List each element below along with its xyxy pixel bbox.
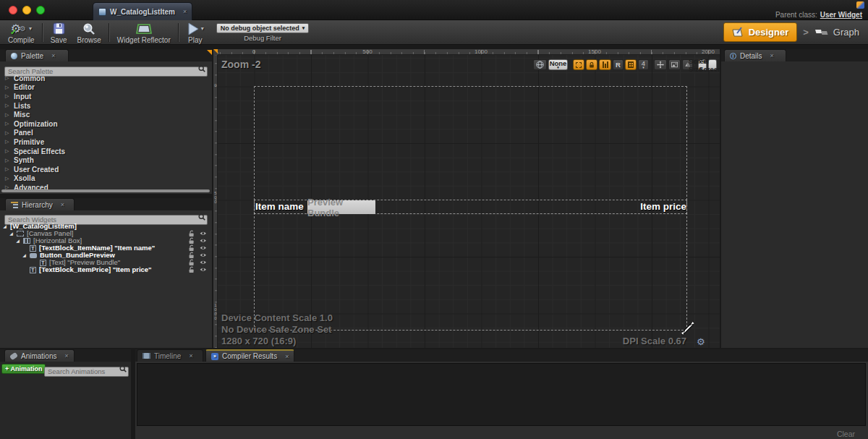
tree-item-label[interactable]: [TextBlock_ItemPrice] "Item price" bbox=[39, 266, 152, 273]
palette-category-editor[interactable]: ▷Editor bbox=[0, 83, 212, 93]
close-icon[interactable]: × bbox=[770, 52, 774, 59]
transform-mode-button[interactable] bbox=[654, 59, 667, 70]
expander-icon[interactable]: ▷ bbox=[5, 148, 10, 154]
parent-class-link[interactable]: User Widget bbox=[820, 11, 862, 19]
visibility-icon[interactable] bbox=[200, 266, 207, 273]
close-icon[interactable]: × bbox=[61, 201, 64, 208]
tab-timeline[interactable]: Timeline × bbox=[137, 349, 203, 362]
animations-search-input[interactable] bbox=[44, 367, 129, 377]
browse-button[interactable]: Browse bbox=[72, 21, 106, 44]
expander-icon[interactable]: ▷ bbox=[5, 93, 10, 99]
palette-category-common[interactable]: ▷Common bbox=[0, 74, 212, 83]
search-icon bbox=[198, 65, 205, 72]
palette-category-synth[interactable]: ▷Synth bbox=[0, 155, 212, 165]
palette-category-special-effects[interactable]: ▷Special Effects bbox=[0, 147, 212, 156]
visibility-icon[interactable] bbox=[200, 252, 207, 259]
tab-animations[interactable]: Animations × bbox=[4, 349, 75, 362]
expander-icon[interactable]: ▷ bbox=[5, 85, 10, 90]
palette-category-misc[interactable]: ▷Misc bbox=[0, 110, 212, 119]
expander-icon[interactable]: ◢ bbox=[22, 252, 27, 259]
expander-icon[interactable]: ▷ bbox=[5, 75, 10, 81]
visibility-icon[interactable] bbox=[200, 230, 207, 237]
close-icon[interactable]: × bbox=[189, 352, 192, 359]
expander-icon[interactable]: ▷ bbox=[5, 112, 10, 118]
tree-row-textblock-itemprice[interactable]: T [TextBlock_ItemPrice] "Item price" bbox=[0, 266, 212, 273]
play-button[interactable]: ▾ Play bbox=[182, 21, 209, 44]
close-icon[interactable]: × bbox=[183, 8, 187, 15]
resize-handle-cursor-icon[interactable] bbox=[681, 321, 695, 336]
expander-icon[interactable]: ▷ bbox=[5, 130, 10, 136]
visibility-icon[interactable] bbox=[200, 259, 207, 266]
widget-reflector-button[interactable]: Widget Reflector bbox=[112, 21, 176, 44]
fill-screen-dropdown[interactable]: Fill Screen ▾ bbox=[708, 59, 717, 70]
grid-snap-size-dropdown[interactable]: 4▾ bbox=[638, 59, 649, 70]
tab-palette[interactable]: Palette × bbox=[5, 49, 69, 61]
tree-row-canvas-panel[interactable]: ◢ [Canvas Panel] bbox=[0, 230, 212, 237]
palette-search[interactable] bbox=[4, 64, 208, 74]
unlock-icon[interactable] bbox=[188, 252, 195, 259]
palette-category-optimization[interactable]: ▷Optimization bbox=[0, 119, 212, 129]
tab-details[interactable]: i Details × bbox=[724, 49, 786, 61]
tab-hierarchy[interactable]: Hierarchy × bbox=[5, 198, 75, 210]
window-minimize-button[interactable] bbox=[22, 6, 31, 14]
close-icon[interactable]: × bbox=[285, 353, 289, 360]
ruler-label: 1500 bbox=[588, 48, 601, 55]
expander-icon[interactable]: ◢ bbox=[9, 230, 14, 237]
unlock-icon[interactable] bbox=[188, 230, 195, 237]
expander-icon[interactable]: ▷ bbox=[5, 176, 10, 182]
localization-preview-button[interactable] bbox=[533, 59, 547, 70]
close-icon[interactable]: × bbox=[64, 352, 68, 359]
compile-options-caret-icon[interactable]: ▾ bbox=[29, 25, 32, 32]
palette-category-primitive[interactable]: ▷Primitive bbox=[0, 137, 212, 147]
close-icon[interactable]: × bbox=[51, 52, 55, 59]
expander-icon[interactable]: ◢ bbox=[2, 223, 7, 230]
preview-item-name-text[interactable]: Item name bbox=[255, 201, 304, 212]
visibility-icon[interactable] bbox=[200, 237, 207, 244]
respect-locks-button[interactable]: R bbox=[613, 59, 624, 70]
preview-bundle-button[interactable]: Preview Bundle bbox=[307, 200, 375, 214]
compile-button[interactable]: ⚙ ⚙ ✓ ▾ Compile bbox=[3, 21, 40, 44]
window-zoom-button[interactable] bbox=[36, 6, 45, 14]
palette-category-input[interactable]: ▷Input bbox=[0, 92, 212, 101]
palette-category-user-created[interactable]: ▷User Created bbox=[0, 165, 212, 174]
palette-category-panel[interactable]: ▷Panel bbox=[0, 129, 212, 138]
clear-log-button[interactable]: Clear bbox=[837, 430, 855, 438]
snap-grid-toggle-button[interactable] bbox=[625, 59, 637, 70]
add-animation-button[interactable]: + Animation bbox=[1, 364, 46, 374]
unlock-icon[interactable] bbox=[188, 266, 195, 273]
expander-icon[interactable]: ▷ bbox=[5, 166, 10, 172]
compiler-log-output[interactable] bbox=[137, 363, 866, 426]
show-rulers-button[interactable] bbox=[599, 59, 611, 70]
tab-compiler-results[interactable]: » Compiler Results × bbox=[205, 349, 294, 362]
dpi-settings-gear-icon[interactable]: ⚙ bbox=[697, 336, 705, 347]
toggle-outlines-button[interactable] bbox=[573, 59, 584, 70]
palette-category-xsolla[interactable]: ▷Xsolla bbox=[0, 174, 212, 184]
palette-category-lists[interactable]: ▷Lists bbox=[0, 101, 212, 111]
expander-icon[interactable]: ▷ bbox=[5, 139, 10, 145]
window-close-button[interactable] bbox=[9, 6, 17, 14]
unlock-icon[interactable] bbox=[188, 237, 195, 244]
play-options-caret-icon[interactable]: ▾ bbox=[201, 25, 204, 32]
unlock-icon[interactable] bbox=[188, 259, 195, 266]
expander-icon[interactable]: ▷ bbox=[5, 103, 10, 108]
horizontal-scrollbar[interactable] bbox=[1, 189, 210, 192]
designer-mode-button[interactable]: Designer bbox=[723, 22, 798, 42]
preview-item-price-text[interactable]: Item price bbox=[640, 201, 686, 212]
localization-dropdown[interactable]: None▾ bbox=[548, 59, 568, 70]
designer-canvas[interactable]: Zoom -2 None▾ R bbox=[218, 55, 720, 348]
graph-mode-button[interactable]: Graph bbox=[814, 27, 862, 38]
unlock-icon[interactable] bbox=[188, 244, 195, 252]
animations-search[interactable] bbox=[44, 364, 129, 374]
hierarchy-search[interactable] bbox=[4, 212, 208, 222]
visibility-icon[interactable] bbox=[200, 244, 207, 252]
expander-icon[interactable]: ▷ bbox=[5, 121, 10, 127]
palette-category-label: Lists bbox=[14, 102, 30, 110]
details-tab-label: Details bbox=[740, 52, 762, 60]
lock-widgets-button[interactable] bbox=[586, 59, 597, 70]
expander-icon[interactable]: ▷ bbox=[5, 158, 10, 163]
document-tab[interactable]: W_CatalogListItem × bbox=[93, 2, 192, 20]
debug-object-dropdown[interactable]: No debug object selected ▾ bbox=[216, 23, 310, 33]
expander-icon[interactable]: ◢ bbox=[15, 237, 20, 244]
preview-background-button[interactable] bbox=[668, 59, 681, 70]
save-button[interactable]: Save bbox=[46, 21, 72, 44]
